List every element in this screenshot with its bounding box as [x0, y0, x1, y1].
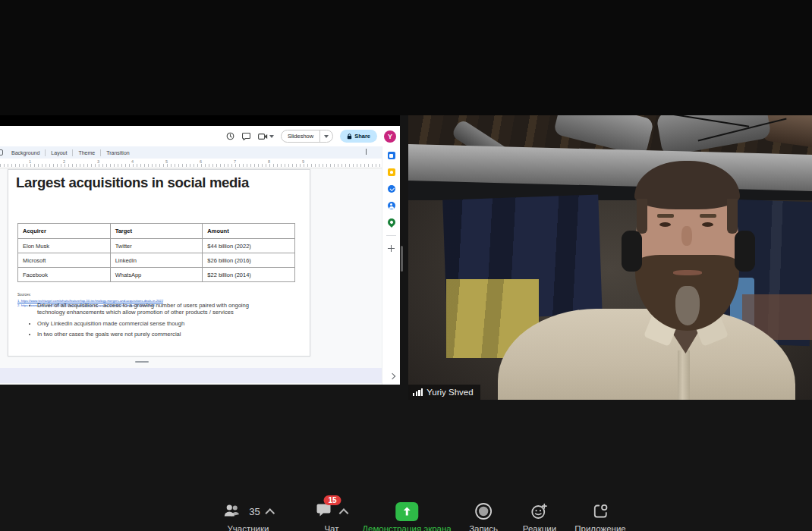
reactions-label: Реакции — [523, 524, 556, 531]
record-icon — [474, 502, 493, 520]
workspace-side-panel — [382, 146, 400, 385]
ruler: 1 2 3 4 5 6 7 8 9 — [0, 159, 382, 168]
add-addon-icon[interactable] — [388, 245, 395, 252]
menu-theme[interactable]: Theme — [73, 150, 100, 156]
speaker-notes-bar[interactable] — [0, 368, 382, 383]
side-panel-divider — [386, 235, 396, 236]
toolbar-collapse-chevron-icon[interactable] — [366, 149, 371, 155]
apps-icon — [591, 502, 609, 520]
headphones-icon — [622, 231, 642, 272]
slideshow-label: Slideshow — [282, 130, 319, 142]
participant-name: Yuriy Shved — [426, 388, 473, 397]
share-label: Share — [354, 133, 370, 140]
share-button[interactable]: Share — [340, 130, 377, 143]
participant-name-tag: Yuriy Shved — [408, 385, 480, 400]
record-button[interactable]: Запись — [469, 501, 498, 531]
lock-icon — [347, 134, 352, 140]
slide-canvas: Largest acquisitions in social media Acq… — [0, 168, 382, 385]
bullet-item: Only LinkedIn acquisition made commercia… — [37, 320, 277, 327]
shared-screen-region: Slideshow Share Y Background Layout Them… — [0, 115, 400, 385]
chat-chevron-icon[interactable] — [339, 508, 349, 518]
col-target: Target — [110, 224, 203, 239]
screen-share-icon — [395, 502, 418, 521]
bullet-item: In two other cases the goals were not pu… — [37, 331, 277, 338]
table-row: Microsoft LinkedIn $26 billion (2016) — [18, 253, 295, 268]
tasks-icon[interactable] — [388, 185, 395, 193]
camera-dropdown-caret[interactable] — [269, 135, 274, 138]
participants-count: 35 — [249, 506, 260, 517]
menu-layout[interactable]: Layout — [46, 150, 72, 156]
meeting-toolbar: 35 Участники 15 Чат — [0, 497, 812, 531]
headphones-icon — [735, 231, 755, 272]
participants-button[interactable]: 35 Участники — [222, 501, 273, 531]
table-row: Facebook WhatsApp $22 billion (2014) — [18, 268, 295, 282]
ruler-number: 3 — [97, 159, 99, 164]
keep-icon[interactable] — [388, 168, 395, 176]
reactions-icon — [530, 502, 549, 520]
screen-share-button[interactable]: Демонстрация экрана — [362, 501, 452, 531]
participants-chevron-icon[interactable] — [266, 508, 275, 518]
bullet-item: Driver of all acquisitions - access to a… — [37, 302, 277, 316]
slide-title: Largest acquisitions in social media — [16, 174, 249, 191]
ruler-number: 2 — [63, 159, 65, 164]
chat-label: Чат — [324, 524, 338, 531]
apps-label: Приложение — [574, 524, 625, 531]
col-acquirer: Acquirer — [18, 224, 111, 239]
ruler-number: 7 — [234, 159, 236, 164]
col-amount: Amount — [203, 224, 295, 239]
apps-button[interactable]: Приложение — [574, 501, 625, 531]
ruler-number: 9 — [302, 159, 304, 164]
participant-video-tile: Yuriy Shved — [408, 115, 812, 400]
hide-panel-chevron-icon[interactable] — [389, 373, 395, 379]
menu-background[interactable]: Background — [6, 150, 45, 156]
menu-transition[interactable]: Transition — [101, 150, 134, 156]
maps-icon[interactable] — [386, 217, 396, 228]
chat-unread-badge: 15 — [324, 495, 341, 505]
top-letterbox — [0, 0, 812, 115]
slide[interactable]: Largest acquisitions in social media Acq… — [8, 169, 310, 357]
comments-icon[interactable] — [242, 132, 251, 141]
account-avatar[interactable]: Y — [384, 130, 396, 143]
ruler-number: 8 — [268, 159, 270, 164]
ruler-number: 5 — [165, 159, 168, 164]
reactions-button[interactable]: Реакции — [523, 501, 556, 531]
table-header-row: Acquirer Target Amount — [18, 224, 295, 239]
toolbar-partial-icon — [0, 149, 3, 156]
calendar-icon[interactable] — [388, 152, 395, 159]
screen-share-label: Демонстрация экрана — [362, 524, 452, 531]
participants-icon — [222, 503, 242, 520]
ruler-number: 1 — [29, 159, 31, 164]
slides-header-bar: Slideshow Share Y — [0, 126, 400, 146]
connection-signal-icon — [413, 388, 423, 396]
slideshow-button[interactable]: Slideshow — [281, 130, 333, 143]
slideshow-dropdown[interactable] — [319, 130, 332, 142]
sources-label: Sources: — [17, 293, 31, 297]
ruler-number: 4 — [131, 159, 134, 164]
record-label: Запись — [469, 524, 498, 531]
speaker-notes-resize-handle[interactable] — [135, 361, 149, 363]
ruler-number: 6 — [200, 159, 202, 164]
meeting-window: Slideshow Share Y Background Layout Them… — [0, 0, 812, 531]
meet-camera-button[interactable] — [258, 133, 274, 140]
participants-label: Участники — [228, 524, 269, 531]
scrollbar-thumb[interactable] — [401, 246, 403, 272]
chat-button[interactable]: 15 Чат — [316, 501, 348, 531]
contacts-icon[interactable] — [388, 202, 395, 209]
acquisitions-table: Acquirer Target Amount Elon Musk Twitter… — [17, 223, 295, 282]
version-history-icon[interactable] — [226, 132, 235, 141]
bullet-list: Driver of all acquisitions - access to a… — [27, 302, 277, 342]
google-slides-window: Slideshow Share Y Background Layout Them… — [0, 126, 400, 385]
slides-toolbar: Background Layout Theme Transition — [0, 146, 382, 159]
table-row: Elon Musk Twitter $44 billion (2022) — [18, 239, 295, 253]
